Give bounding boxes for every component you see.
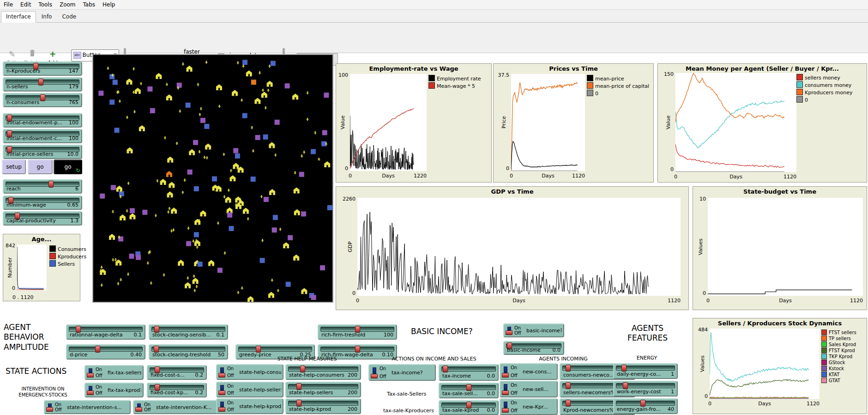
slider-fixed-cost-s[interactable]: fixed-cost-s...0.2 <box>147 365 207 380</box>
slider-handle-state-help-kprod[interactable] <box>296 400 301 407</box>
menu-item-help[interactable]: Help <box>99 0 119 9</box>
slider-reach[interactable]: reach6 <box>3 179 82 194</box>
slider-label: sellers-newcomers% <box>563 390 615 396</box>
switch-handle-new-sell[interactable] <box>502 391 509 395</box>
switch-on-label: On <box>511 383 517 388</box>
tab-interface[interactable]: Interface <box>1 11 36 23</box>
plot-series-canvas <box>710 329 820 399</box>
slider-value: 10.0 <box>67 151 79 157</box>
slider-state-help-sellers[interactable]: state-help-sellers200 <box>285 382 361 397</box>
slider-value: 200 <box>348 406 357 412</box>
person-agent <box>223 153 225 156</box>
square-agent <box>264 197 269 202</box>
slider-handle-reach[interactable] <box>48 181 54 188</box>
slider-handle-state-help-sellers[interactable] <box>296 383 301 390</box>
slider-value: 6 <box>75 186 78 192</box>
slider-handle-energy-gain-fro[interactable] <box>640 400 645 407</box>
slider-energy-gain-fro[interactable]: energy-gain-fro...40 <box>613 398 678 414</box>
switch-handle-state-intervention-k[interactable] <box>135 407 142 412</box>
switch-handle-new-cons[interactable] <box>502 373 509 378</box>
switch-state-intervention-k[interactable]: OnOffstate-intervention-K... <box>133 400 220 414</box>
button-go-forever[interactable]: go↻ <box>54 159 82 174</box>
slider-capital-productivity[interactable]: capital-productivity1.3 <box>3 211 82 226</box>
switch-fix-tax-kprod[interactable]: OnOfffix-tax-kprod? <box>84 383 144 397</box>
menu-item-tools[interactable]: Tools <box>35 0 56 9</box>
switch-handle-state-intervention-s[interactable] <box>46 407 53 412</box>
person-agent <box>155 214 157 217</box>
switch-state-help-consu[interactable]: OnOffstate-help-consu... <box>216 364 283 380</box>
menu-item-edit[interactable]: Edit <box>17 0 35 9</box>
world-view[interactable] <box>92 54 333 303</box>
slider-basic-income[interactable]: basic-income0.0 <box>503 341 564 355</box>
slider-handle-n-sellers[interactable] <box>38 79 43 85</box>
slider-handle-state-help-consumers[interactable] <box>300 366 305 372</box>
slider-work-energy-cost[interactable]: work-energy-cost1 <box>613 381 678 397</box>
person-agent <box>120 278 122 281</box>
menu-item-zoom[interactable]: Zoom <box>56 0 79 9</box>
plot-area <box>17 244 47 291</box>
slider-handle-consumers-newco[interactable] <box>566 365 571 372</box>
slider-n-consumers[interactable]: n-consumers765 <box>3 93 82 107</box>
switch-state-help-kprod-q[interactable]: OnOffstate-help-kprod? <box>216 398 283 414</box>
slider-state-help-consumers[interactable]: state-help-consumers200 <box>285 364 361 380</box>
switch-handle-state-help-kprod-q[interactable] <box>218 407 225 412</box>
slider-d-price[interactable]: d-price0.40 <box>66 344 145 360</box>
person-agent <box>127 182 130 185</box>
square-agent <box>227 213 232 218</box>
house-agent <box>269 189 275 195</box>
slider-tax-sale-sell[interactable]: tax-sale-sell...0.0 <box>439 383 499 398</box>
tab-code[interactable]: Code <box>57 12 81 22</box>
menu-item-tabs[interactable]: Tabs <box>79 0 99 9</box>
slider-state-help-kprod[interactable]: state-help-kprod200 <box>285 398 361 414</box>
switch-handle-state-help-consu[interactable] <box>218 373 225 378</box>
slider-handle-tax-income[interactable] <box>443 366 448 372</box>
switch-handle-state-help-sellers-q[interactable] <box>218 391 225 395</box>
slider-label: stock-clearing-sensib... <box>152 332 211 338</box>
slider-tax-income[interactable]: tax-income0.0 <box>439 364 499 381</box>
switch-handle-basic-income-q[interactable] <box>506 330 512 335</box>
plot-ylabel: GDP <box>347 198 353 296</box>
slider-n-sellers[interactable]: n-sellers179 <box>3 77 82 92</box>
switch-new-kpr[interactable]: OnOffnew-Kpr... <box>500 398 558 415</box>
switch-tax-income-q[interactable]: OnOfftax-income? <box>368 364 436 381</box>
slider-daily-energy-co[interactable]: daily-energy-co...1 <box>613 363 678 379</box>
legend-item-mean-price: mean-price <box>587 75 649 82</box>
slider-fixed-cost-kp[interactable]: fixed-cost-kp...0.2 <box>147 383 207 397</box>
slider-minimum-wage[interactable]: minimum-wage0.65 <box>3 195 82 210</box>
button-go[interactable]: go <box>28 159 53 174</box>
slider-initial-endowment-p[interactable]: initial-endowment-p...100 <box>3 113 82 128</box>
switch-handle-fix-tax-sellers[interactable] <box>87 373 94 378</box>
slider-handle-n-consumers[interactable] <box>40 94 45 101</box>
switch-state-help-sellers-q[interactable]: OnOffstate-help-sellers? <box>216 382 283 397</box>
slider-initial-price-sellers[interactable]: initial-price-sellers10.0 <box>3 145 82 159</box>
switch-handle-fix-tax-kprod[interactable] <box>87 391 94 395</box>
switch-handle-tax-income-q[interactable] <box>371 374 378 378</box>
switch-fix-tax-sellers[interactable]: OnOfffix-tax-sellers? <box>84 365 144 380</box>
slider-stock-clearing-sensib[interactable]: stock-clearing-sensib...0.1 <box>149 324 228 340</box>
menu-item-file[interactable]: File <box>0 0 17 9</box>
slider-rationnal-wage-delta[interactable]: rationnal-wage-delta0.1 <box>66 324 145 340</box>
slider-handle-sellers-newcomers[interactable] <box>566 382 571 389</box>
slider-handle-work-energy-cost[interactable] <box>623 382 628 389</box>
slider-rich-firm-treshold[interactable]: rich-firm-treshold100 <box>318 324 397 340</box>
series-line <box>17 288 44 289</box>
button-setup[interactable]: setup <box>2 159 26 174</box>
switch-state-intervention-s[interactable]: OnOffstate-intervention-s... <box>44 400 131 414</box>
button-label: setup <box>3 164 25 170</box>
slider-stock-clearing-treshold[interactable]: stock-clearing-treshold50 <box>149 344 228 360</box>
slider-handle-d-price[interactable] <box>95 346 100 353</box>
plot-area <box>708 198 863 296</box>
tab-info[interactable]: Info <box>37 12 57 22</box>
switch-handle-new-kpr[interactable] <box>502 408 509 413</box>
slider-tax-sale-kprod[interactable]: tax-sale-kprod0.0 <box>439 400 499 415</box>
slider-handle-daily-energy-co[interactable] <box>621 365 627 372</box>
switch-basic-income-q[interactable]: OnOffbasic-income? <box>503 323 564 337</box>
slider-initial-endowment-c[interactable]: initial-endowment-c...100 <box>3 129 82 143</box>
note-agents-features: AGENTS FEATURES <box>614 323 681 346</box>
square-agent <box>109 100 115 105</box>
switch-new-cons[interactable]: OnOffnew-cons... <box>500 363 558 380</box>
slider-handle-tax-sale-sell[interactable] <box>466 384 471 391</box>
slider-handle-kprod-newcomers[interactable] <box>566 400 571 407</box>
switch-new-sell[interactable]: OnOffnew-sell... <box>500 381 558 397</box>
slider-n-kproducers[interactable]: n-Kproducers147 <box>3 61 82 76</box>
